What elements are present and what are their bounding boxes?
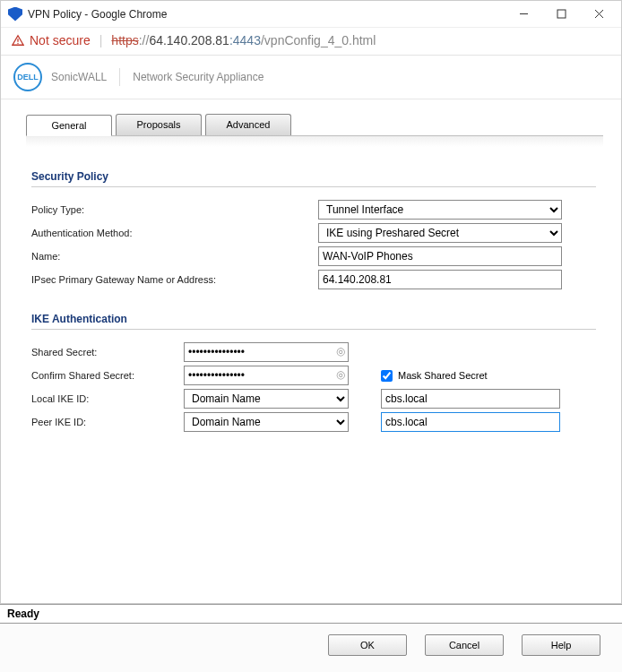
brand-subtitle: Network Security Appliance: [133, 71, 263, 83]
status-bar: Ready: [0, 604, 622, 624]
shared-secret-input[interactable]: [184, 342, 349, 362]
auth-method-select[interactable]: IKE using Preshared Secret: [318, 223, 562, 243]
gateway-input[interactable]: [318, 270, 562, 289]
url-port: :4443: [229, 33, 261, 47]
address-bar: Not secure | https://64.140.208.81:4443/…: [1, 28, 621, 56]
dialog-button-row: OK Cancel Help: [0, 624, 622, 672]
peer-ike-id-input[interactable]: [381, 412, 560, 432]
gateway-label: IPsec Primary Gateway Name or Address:: [31, 274, 318, 285]
ike-auth-heading: IKE Authentication: [31, 313, 603, 325]
window-titlebar: VPN Policy - Google Chrome: [1, 1, 621, 28]
not-secure-warning[interactable]: Not secure: [12, 33, 91, 47]
policy-type-select[interactable]: Tunnel Interface: [318, 200, 562, 220]
peer-ike-id-label: Peer IKE ID:: [31, 417, 184, 427]
local-ike-id-input[interactable]: [381, 389, 560, 409]
local-ike-id-label: Local IKE ID:: [31, 393, 184, 404]
not-secure-label: Not secure: [30, 33, 91, 47]
mask-secret-label: Mask Shared Secret: [398, 370, 488, 381]
confirm-secret-input[interactable]: [184, 366, 349, 385]
url-sep: ://: [139, 33, 150, 47]
ok-button[interactable]: OK: [328, 634, 407, 656]
security-policy-heading: Security Policy: [31, 170, 603, 183]
maximize-button[interactable]: [542, 1, 580, 28]
reveal-secret-icon[interactable]: ◎: [336, 345, 345, 358]
security-policy-divider: [31, 186, 596, 187]
brand-header: DELL SonicWALL Network Security Applianc…: [1, 56, 621, 99]
svg-rect-1: [557, 10, 566, 18]
app-shield-icon: [8, 7, 22, 22]
local-ike-id-type-select[interactable]: Domain Name: [184, 389, 349, 409]
ike-auth-divider: [31, 329, 596, 330]
svg-point-6: [17, 43, 18, 44]
brand-product: SonicWALL: [51, 71, 107, 83]
tab-proposals[interactable]: Proposals: [116, 114, 202, 135]
url-scheme: https: [111, 33, 138, 47]
name-input[interactable]: [318, 246, 562, 266]
tab-general[interactable]: General: [26, 115, 112, 136]
tab-advanced[interactable]: Advanced: [205, 114, 291, 135]
confirm-secret-label: Confirm Shared Secret:: [31, 370, 184, 381]
url-host: 64.140.208.81: [149, 33, 229, 47]
cancel-button[interactable]: Cancel: [425, 634, 504, 656]
url-display[interactable]: https://64.140.208.81:4443/vpnConfig_4_0…: [111, 33, 376, 47]
footer: Ready OK Cancel Help: [0, 603, 622, 672]
minimize-button[interactable]: [505, 1, 542, 28]
dell-logo-icon: DELL: [13, 63, 42, 91]
auth-method-label: Authentication Method:: [31, 228, 318, 238]
help-button[interactable]: Help: [522, 634, 600, 656]
name-label: Name:: [31, 251, 318, 262]
address-separator: |: [99, 33, 103, 47]
close-button[interactable]: [580, 1, 618, 28]
peer-ike-id-type-select[interactable]: Domain Name: [184, 412, 349, 432]
policy-type-label: Policy Type:: [31, 204, 318, 215]
url-path: /vpnConfig_4_0.html: [261, 33, 376, 47]
reveal-confirm-icon[interactable]: ◎: [336, 368, 345, 381]
tab-strip: General Proposals Advanced: [26, 114, 603, 136]
tab-gradient: [26, 136, 603, 147]
window-title: VPN Policy - Google Chrome: [28, 8, 505, 21]
mask-secret-checkbox[interactable]: [381, 370, 393, 382]
brand-divider: [119, 68, 120, 86]
shared-secret-label: Shared Secret:: [31, 347, 184, 358]
warning-triangle-icon: [12, 34, 24, 47]
